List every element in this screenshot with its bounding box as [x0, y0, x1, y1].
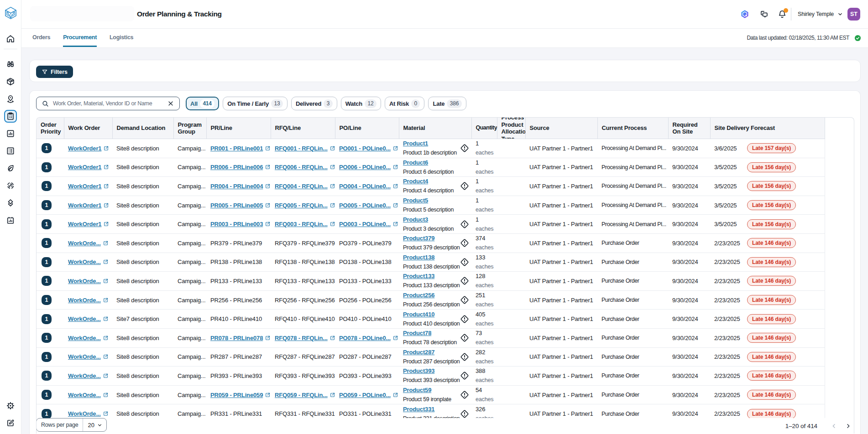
sidebar-item-home[interactable] [4, 32, 17, 45]
external-link-icon[interactable] [392, 221, 398, 227]
work-order-link[interactable]: WorkOrde... [68, 297, 101, 304]
chevron-down-icon[interactable] [837, 11, 843, 17]
material-link[interactable]: Product3 [403, 216, 428, 223]
sidebar-item-analytics[interactable] [4, 127, 17, 140]
pr-line-link[interactable]: PR001 - PRLine001 [210, 145, 263, 152]
filter-chip-at-risk[interactable]: At Risk0 [385, 97, 425, 110]
material-link[interactable]: Product410 [403, 311, 434, 318]
alert-diamond-icon[interactable] [460, 143, 470, 153]
po-line-link[interactable]: PO005 - POLine0... [339, 202, 391, 209]
material-link[interactable]: Product5 [403, 197, 428, 204]
external-link-icon[interactable] [265, 145, 271, 151]
filters-button[interactable]: Filters [36, 66, 73, 78]
external-link-icon[interactable] [392, 164, 398, 170]
filter-chip-on-time-early[interactable]: On Time / Early13 [223, 97, 288, 110]
material-link[interactable]: Product379 [403, 235, 434, 242]
external-link-icon[interactable] [329, 221, 335, 227]
material-link[interactable]: Product287 [403, 349, 434, 356]
sidebar-item-supply[interactable] [4, 93, 17, 105]
work-order-link[interactable]: WorkOrde... [68, 335, 101, 341]
material-link[interactable]: Product1 [403, 140, 428, 147]
external-link-icon[interactable] [329, 183, 335, 189]
external-link-icon[interactable] [103, 316, 109, 322]
alert-diamond-icon[interactable] [460, 371, 470, 381]
tab-logistics[interactable]: Logistics [110, 29, 133, 47]
external-link-icon[interactable] [329, 164, 335, 170]
external-link-icon[interactable] [103, 259, 109, 265]
filter-chip-all[interactable]: All414 [186, 97, 219, 110]
work-order-link[interactable]: WorkOrder1 [68, 221, 101, 227]
external-link-icon[interactable] [392, 145, 398, 151]
alert-diamond-icon[interactable] [460, 295, 470, 305]
external-link-icon[interactable] [265, 221, 271, 227]
external-link-icon[interactable] [329, 145, 335, 151]
next-page-icon[interactable] [845, 423, 851, 429]
alert-diamond-icon[interactable] [460, 409, 470, 419]
work-order-link[interactable]: WorkOrde... [68, 353, 101, 360]
external-link-icon[interactable] [329, 392, 335, 398]
rows-per-page-select[interactable]: Rows per page 20 [36, 418, 107, 432]
rfq-line-link[interactable]: RFQ059 - RFQLin... [275, 392, 328, 398]
work-order-link[interactable]: WorkOrde... [68, 372, 101, 379]
rfq-line-link[interactable]: RFQ003 - RFQLin... [275, 221, 328, 227]
sidebar-item-insights[interactable] [4, 58, 17, 71]
external-link-icon[interactable] [103, 221, 109, 227]
work-order-link[interactable]: WorkOrder1 [68, 202, 101, 209]
material-link[interactable]: Product6 [403, 159, 428, 166]
po-line-link[interactable]: PO004 - POLine0... [339, 183, 391, 190]
sidebar-item-order-planning[interactable] [4, 110, 17, 123]
amazon-q-icon[interactable] [740, 10, 749, 19]
work-order-link[interactable]: WorkOrder1 [68, 164, 101, 170]
sidebar-item-sustainability[interactable] [4, 162, 17, 175]
external-link-icon[interactable] [103, 335, 109, 341]
external-link-icon[interactable] [329, 335, 335, 341]
external-link-icon[interactable] [392, 183, 398, 189]
rfq-line-link[interactable]: RFQ078 - RFQLin... [275, 335, 328, 341]
external-link-icon[interactable] [103, 392, 109, 398]
bell-icon[interactable] [778, 10, 787, 19]
work-order-link[interactable]: WorkOrde... [68, 410, 101, 417]
pr-line-link[interactable]: PR004 - PRLine004 [210, 183, 263, 190]
external-link-icon[interactable] [265, 202, 271, 208]
rfq-line-link[interactable]: RFQ001 - RFQLin... [275, 145, 328, 152]
material-link[interactable]: Product256 [403, 292, 434, 299]
alert-diamond-icon[interactable] [460, 276, 470, 286]
rfq-line-link[interactable]: RFQ004 - RFQLin... [275, 183, 328, 190]
sidebar-item-data[interactable] [4, 214, 17, 227]
work-order-link[interactable]: WorkOrde... [68, 240, 101, 247]
rfq-line-link[interactable]: RFQ005 - RFQLin... [275, 202, 328, 209]
rfq-line-link[interactable]: RFQ006 - RFQLin... [275, 164, 328, 170]
material-link[interactable]: Product138 [403, 254, 434, 261]
previous-page-icon[interactable] [831, 423, 837, 429]
alert-diamond-icon[interactable] [460, 314, 470, 324]
avatar[interactable]: ST [847, 8, 860, 21]
sidebar-item-network[interactable] [4, 196, 17, 209]
work-order-link[interactable]: WorkOrde... [68, 392, 101, 398]
material-link[interactable]: Product331 [403, 406, 434, 413]
chat-icon[interactable] [759, 10, 769, 19]
material-link[interactable]: Product4 [403, 178, 428, 185]
work-order-link[interactable]: WorkOrder1 [68, 183, 101, 190]
external-link-icon[interactable] [103, 202, 109, 208]
material-link[interactable]: Product133 [403, 273, 434, 279]
external-link-icon[interactable] [103, 183, 109, 189]
filter-chip-late[interactable]: Late386 [428, 97, 466, 110]
pr-line-link[interactable]: PR003 - PRLine003 [210, 221, 263, 227]
user-name[interactable]: Shirley Temple [798, 11, 834, 17]
work-order-link[interactable]: WorkOrde... [68, 315, 101, 322]
alert-diamond-icon[interactable] [460, 238, 470, 248]
sidebar-item-inventory[interactable] [4, 75, 17, 88]
external-link-icon[interactable] [103, 411, 109, 417]
pr-line-link[interactable]: PR005 - PRLine005 [210, 202, 263, 209]
external-link-icon[interactable] [103, 145, 109, 151]
external-link-icon[interactable] [392, 202, 398, 208]
sidebar-item-lists[interactable] [4, 145, 17, 157]
tab-procurement[interactable]: Procurement [63, 29, 97, 47]
external-link-icon[interactable] [265, 164, 271, 170]
material-link[interactable]: Product59 [403, 387, 431, 393]
search-input[interactable] [49, 100, 167, 107]
alert-diamond-icon[interactable] [460, 333, 470, 343]
work-order-link[interactable]: WorkOrde... [68, 258, 101, 265]
alert-diamond-icon[interactable] [460, 181, 470, 191]
alert-diamond-icon[interactable] [460, 390, 470, 400]
